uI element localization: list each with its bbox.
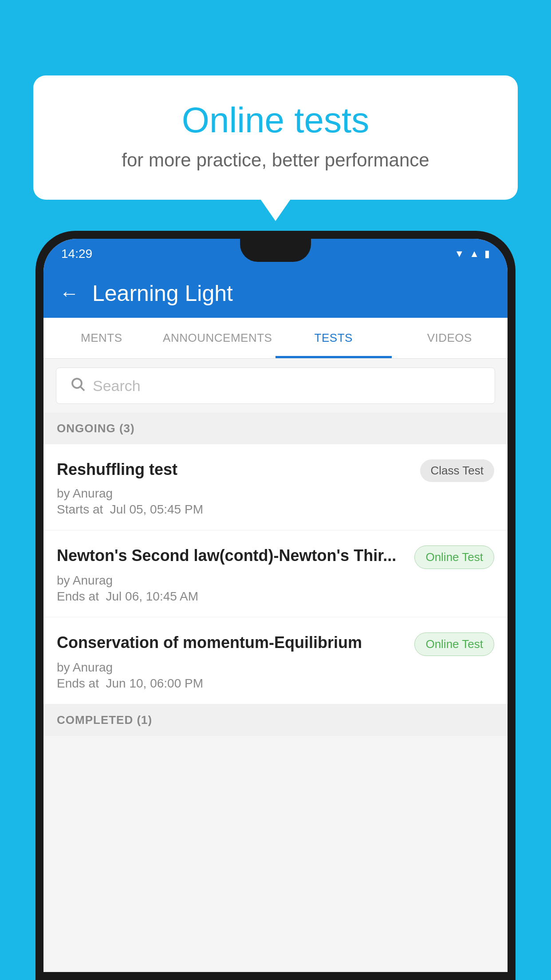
test-item-header-conservation: Conservation of momentum-Equilibrium Onl… <box>57 632 494 656</box>
svg-point-0 <box>72 379 82 388</box>
test-item-header-newton: Newton's Second law(contd)-Newton's Thir… <box>57 545 494 569</box>
test-item-newton[interactable]: Newton's Second law(contd)-Newton's Thir… <box>43 530 508 617</box>
search-icon <box>70 376 86 396</box>
svg-line-1 <box>81 387 84 390</box>
wifi-icon: ▼ <box>454 248 464 260</box>
notch <box>240 239 311 262</box>
test-list: Reshuffling test Class Test by Anurag St… <box>43 444 508 704</box>
status-bar: 14:29 ▼ ▲ ▮ <box>43 239 508 269</box>
app-bar: ← Learning Light <box>43 269 508 318</box>
tab-tests[interactable]: TESTS <box>276 318 392 358</box>
test-title-newton: Newton's Second law(contd)-Newton's Thir… <box>57 545 405 566</box>
bubble-subtitle: for more practice, better performance <box>60 150 491 171</box>
test-item-header: Reshuffling test Class Test <box>57 459 494 482</box>
test-item-reshuffling[interactable]: Reshuffling test Class Test by Anurag St… <box>43 444 508 530</box>
status-icons: ▼ ▲ ▮ <box>454 248 490 260</box>
signal-icon: ▲ <box>469 248 479 260</box>
search-box[interactable]: Search <box>56 368 495 404</box>
phone-inner: 14:29 ▼ ▲ ▮ ← Learning Light MENTS ANNOU… <box>43 239 508 972</box>
test-badge-online-newton: Online Test <box>414 545 494 569</box>
test-time-newton: Ends at Jul 06, 10:45 AM <box>57 589 494 604</box>
back-button[interactable]: ← <box>59 282 79 304</box>
test-title-conservation: Conservation of momentum-Equilibrium <box>57 632 405 653</box>
tab-announcements[interactable]: ANNOUNCEMENTS <box>160 318 276 358</box>
test-badge-online-conservation: Online Test <box>414 632 494 656</box>
search-container: Search <box>43 359 508 413</box>
test-time-conservation: Ends at Jun 10, 06:00 PM <box>57 676 494 691</box>
test-time-reshuffling: Starts at Jul 05, 05:45 PM <box>57 502 494 517</box>
ongoing-section-header: ONGOING (3) <box>43 413 508 444</box>
tabs-bar: MENTS ANNOUNCEMENTS TESTS VIDEOS <box>43 318 508 359</box>
completed-section-header: COMPLETED (1) <box>43 704 508 736</box>
test-by-newton: by Anurag <box>57 573 494 588</box>
status-time: 14:29 <box>61 247 92 261</box>
test-item-conservation[interactable]: Conservation of momentum-Equilibrium Onl… <box>43 617 508 704</box>
test-by-conservation: by Anurag <box>57 660 494 675</box>
speech-bubble: Online tests for more practice, better p… <box>33 75 518 200</box>
test-badge-class-reshuffling: Class Test <box>420 459 494 482</box>
battery-icon: ▮ <box>484 248 490 260</box>
app-title: Learning Light <box>92 281 233 306</box>
test-title-reshuffling: Reshuffling test <box>57 459 411 480</box>
tab-videos[interactable]: VIDEOS <box>392 318 508 358</box>
search-placeholder: Search <box>93 377 141 395</box>
tab-assignments[interactable]: MENTS <box>43 318 160 358</box>
test-by-reshuffling: by Anurag <box>57 486 494 501</box>
phone-frame: 14:29 ▼ ▲ ▮ ← Learning Light MENTS ANNOU… <box>35 231 516 980</box>
bubble-title: Online tests <box>60 100 491 141</box>
